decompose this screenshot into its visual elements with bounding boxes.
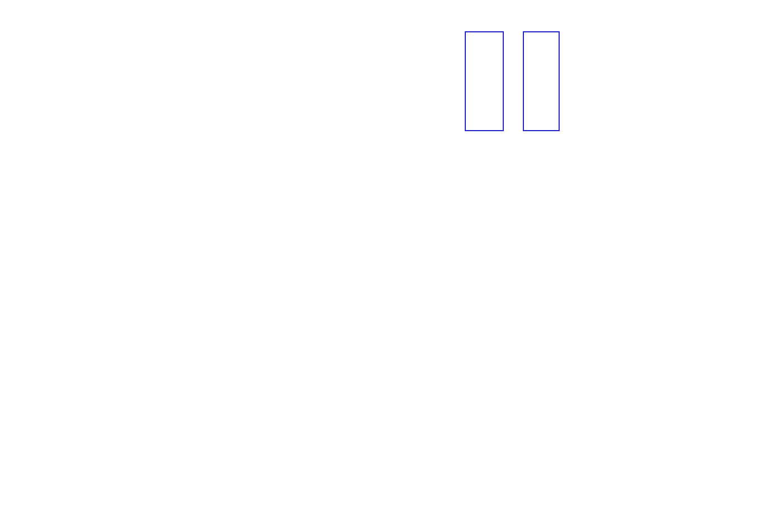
spectrum-svg [53,150,732,261]
clean-image-panel [521,17,565,137]
spec2d-panel [249,17,461,151]
elixer-report-page: { "header": { "segments_left": [ {"t":"E… [0,0,782,532]
clean-image [524,32,559,130]
full-spectrum-panel [53,150,737,264]
lineflux-map-overlay [144,296,226,378]
hsc-cutout-overlay [247,296,329,378]
line-fit-plot [581,25,737,136]
fit-plot-svg [581,25,737,136]
fiber-positions-panel [29,287,146,409]
lineflux-map-panel [133,287,250,409]
fiber-positions-overlay [40,296,122,378]
hsc-cutout-panel [236,287,354,409]
with-sky-panel [464,17,508,137]
spec2d-rows [260,25,418,151]
with-sky-image [466,32,503,130]
